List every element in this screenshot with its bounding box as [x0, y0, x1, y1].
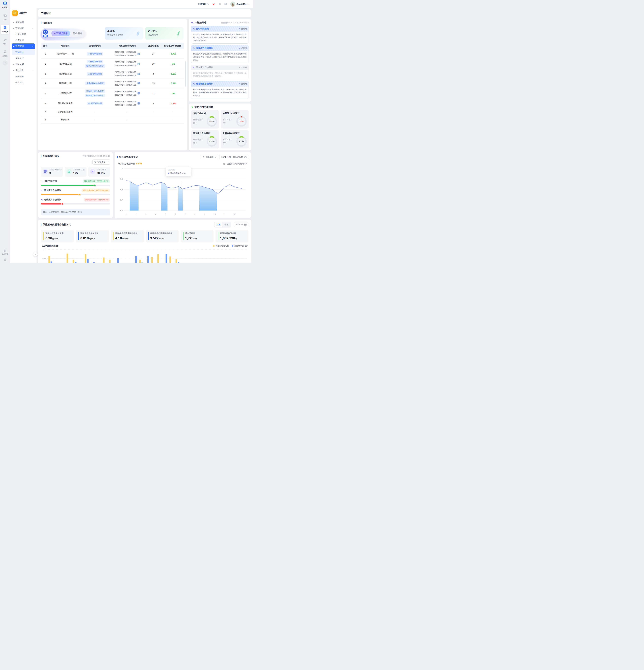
legend-item[interactable]: 调整前综合电价: [213, 244, 229, 247]
daily-check-icon: [3, 27, 7, 30]
applied-projects: 已应用项目22个: [223, 118, 232, 125]
strategy-description: 根据项目所在地的室外温湿度数据，算法自动计算蒸发冷饱和冷凝温度的最优值，动态调节…: [191, 51, 249, 63]
toggle-option-enabled[interactable]: AI节能已启用: [51, 30, 70, 36]
sparkle-icon: [41, 189, 43, 191]
device-icon: [66, 169, 72, 174]
base-apps-icon: [3, 249, 6, 252]
rail-add-button[interactable]: +: [2, 61, 8, 66]
stat-accent: [113, 232, 113, 240]
edit-icon[interactable]: [137, 63, 140, 65]
rail-item-维修[interactable]: 维修: [1, 37, 9, 46]
cell-device-count: 12: [146, 92, 161, 95]
progress-knob[interactable]: [79, 193, 81, 196]
edit-icon[interactable]: [137, 82, 140, 84]
rail-item-日常点检[interactable]: 日常点检: [1, 25, 9, 34]
sidebar-item-策略执行[interactable]: 策略执行: [12, 55, 35, 61]
period-month-option[interactable]: 月度: [215, 223, 223, 227]
edit-icon[interactable]: [137, 53, 140, 55]
toggle-option-disabled[interactable]: 暂不启用: [70, 30, 85, 36]
sidebar-item-运行优化[interactable]: 运行优化 ⌄: [12, 68, 35, 73]
stat-label: 折算碳排放节省量: [220, 232, 237, 235]
strategy-card-分时节能控制: 分时节能控制 已启用 结合项目所在地的电价分时时段，AI算法自动分析冷风机的运行…: [191, 26, 249, 44]
table-row: 4 青岛城阳一期 化霜参数AI自动调节2025/02/18 ~ 2025/02/…: [41, 79, 184, 88]
sidebar-item-节能对比[interactable]: 节能对比: [12, 50, 35, 55]
cumulative-time-badge: 累计启用时间：30天6小时2分: [83, 179, 110, 183]
table-header-cell: 应用策略名称: [81, 44, 109, 47]
gear-icon[interactable]: [59, 169, 62, 171]
stat-label: 综合节能率: [97, 169, 106, 171]
table-header-cell: 综合电费单价变化: [161, 44, 184, 47]
data-updated-time: 数据更新时间：2024-05-07 13:16: [82, 155, 110, 157]
date-range-picker[interactable]: 2024/11/16 - 2024/12/16: [219, 155, 249, 160]
rail-item-label: 日常点检: [1, 30, 9, 33]
table-row: 7 苏州昆山花桥库 -- - -: [41, 108, 184, 116]
donut-strategy-name: 吸气压力自动调节: [193, 132, 217, 135]
execution-title: AI策略执行情况: [43, 155, 59, 158]
table-header: 序号项目名称应用策略名称策略执行/对比时间开启设备数综合电费单价变化: [41, 43, 184, 49]
filter-icon: [202, 156, 204, 158]
collapse-rail-icon[interactable]: [1, 259, 9, 261]
donut-percent: 15.4%: [239, 140, 244, 143]
svg-text:6: 6: [175, 213, 176, 215]
legend-item[interactable]: 调整后综合电价: [232, 244, 248, 247]
stat-value: 125: [73, 172, 85, 175]
strategy-tag: 吸气压力AI自动调节: [85, 94, 105, 97]
price-trend-chart[interactable]: 0.60.70.80.91.0123456789101112 2024.06 综…: [117, 166, 249, 216]
donut-strategy-name: 冷凝压力自动调节: [223, 112, 247, 115]
sidebar-item-负荷预测[interactable]: 负荷预测: [12, 19, 35, 25]
progress-track: [41, 203, 110, 204]
sidebar-item-开关机时间[interactable]: 开关机时间: [12, 31, 35, 37]
legend-swatch: [232, 245, 233, 246]
svg-text:3: 3: [145, 213, 146, 215]
edit-icon[interactable]: [137, 92, 140, 95]
sidebar-item-智控策略[interactable]: 智控策略: [12, 73, 35, 79]
switch-project-dropdown[interactable]: 切换项目: [92, 159, 110, 164]
switch-project-dropdown[interactable]: 切换项目: [201, 155, 218, 160]
rail-item-base-apps[interactable]: 基础应用: [1, 248, 9, 256]
progress-knob[interactable]: [94, 184, 96, 187]
alarm-icon[interactable]: [212, 2, 215, 5]
svg-text:12: 12: [233, 213, 235, 215]
month-picker-value: 2024-11: [236, 224, 243, 226]
sidebar-item-label: 节能对比: [15, 51, 24, 54]
sidebar-item-节能优化[interactable]: 节能优化 ⌄: [12, 25, 35, 31]
stat-value: 1,032,998kg: [220, 236, 237, 240]
svg-text:0.75: 0.75: [43, 257, 46, 259]
donut-strategy-name: 化霜参数自动调节: [223, 132, 247, 135]
edit-icon[interactable]: [137, 102, 140, 105]
user-menu[interactable]: Serati Ma: [230, 1, 249, 6]
rail-item-首页[interactable]: 首页: [1, 13, 9, 22]
cell-device-count: 10: [146, 63, 161, 65]
sidebar-item-冷库节能[interactable]: 冷库节能 ⌄: [12, 43, 35, 49]
period-year-option[interactable]: 年度: [223, 223, 231, 227]
chevron-down-icon: [207, 3, 209, 5]
project-filter-dropdown[interactable]: 全部项目: [198, 2, 209, 5]
sidebar-item-效率分析[interactable]: 效率分析: [12, 37, 35, 43]
switch-project-label: 切换项目: [97, 161, 106, 163]
leaf-icon: [176, 31, 181, 37]
price-comparison-chart[interactable]: 00.250.50.751.00天津武清四村库苏州昆山花桥库昆明清水库广州增城杭…: [41, 247, 249, 263]
strategy-name: 化霜参数自动调节: [196, 82, 213, 85]
help-icon[interactable]: ?: [224, 2, 227, 5]
table-row: 6 苏州昆山花桥库 AI分时节能控制2025/02/18 ~ 2025/02/2…: [41, 99, 184, 108]
ai-saving-toggle[interactable]: AI节能已启用 暂不启用: [42, 30, 86, 37]
edit-icon[interactable]: [137, 72, 140, 75]
progress-knob[interactable]: [61, 203, 64, 205]
stat-value: 0.818元/kWh: [80, 236, 98, 240]
sidebar-app-title: AI智控: [19, 12, 27, 15]
cell-device-count: 8: [146, 102, 161, 105]
sidebar-item-优化对比[interactable]: 优化对比: [12, 80, 35, 85]
table-row: 3 北京航港四期 AI分时节能控制2025/02/18 ~ 2025/02/23…: [41, 69, 184, 79]
strategy-status: 未启用: [239, 66, 247, 69]
notification-bell-icon[interactable]: [218, 2, 221, 5]
comparison-stat-调整后单位冷库面积能耗: 调整后单位冷库面积能耗 3.52kWh/m²: [146, 230, 179, 242]
annual-price-label: 年度综合电费单价: [118, 162, 135, 165]
sidebar-collapse-button[interactable]: ‹: [33, 252, 38, 256]
table-scrollbar[interactable]: [185, 62, 186, 86]
legend-swatch: [213, 245, 215, 246]
sidebar-item-故障诊断[interactable]: 故障诊断: [12, 62, 35, 67]
rail-item-应用组[interactable]: 应用组: [1, 49, 9, 58]
stat-accent: [218, 232, 218, 240]
cumulative-time-badge: 累计启用时间：12天5小时46分: [81, 189, 110, 192]
month-picker[interactable]: 2024-11: [234, 222, 249, 227]
